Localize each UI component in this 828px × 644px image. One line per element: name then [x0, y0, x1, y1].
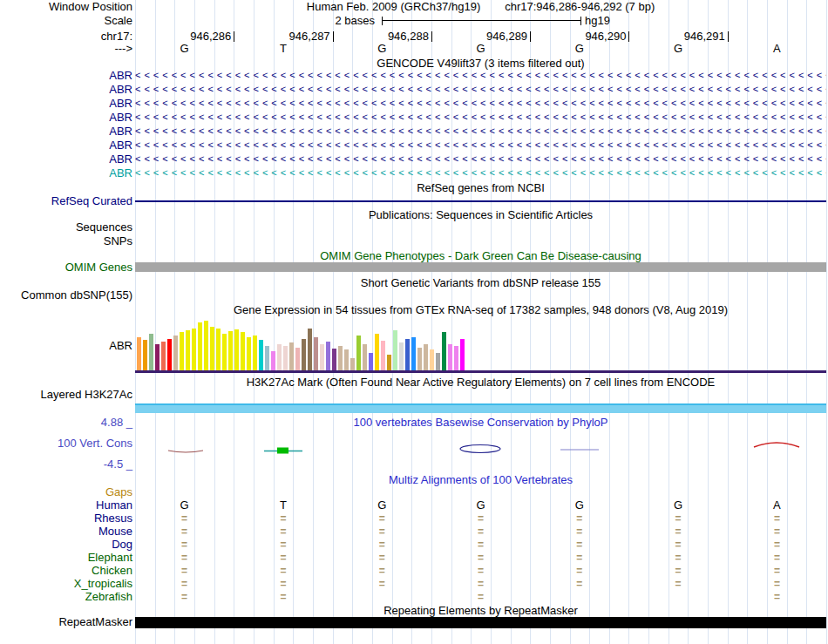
gtex-bar[interactable]: [405, 339, 410, 370]
ruler-label[interactable]: 946,286: [159, 31, 231, 43]
gtex-bar[interactable]: [417, 348, 422, 370]
gene-arrow-row[interactable]: <<<<<<<<<<<<<<<<<<<<<<<<<<<<<<<<<<<<<<<<…: [135, 70, 826, 82]
gtex-bar[interactable]: [314, 337, 318, 370]
gtex-bar[interactable]: [387, 355, 391, 370]
gene-arrow-row[interactable]: <<<<<<<<<<<<<<<<<<<<<<<<<<<<<<<<<<<<<<<<…: [135, 112, 826, 124]
gtex-bar[interactable]: [259, 340, 263, 370]
gtex-bar[interactable]: [277, 344, 282, 370]
gtex-bar[interactable]: [399, 342, 404, 370]
gtex-bar[interactable]: [222, 334, 227, 370]
gene-label[interactable]: ABR: [0, 84, 135, 96]
gtex-bar[interactable]: [375, 334, 379, 370]
gene-label[interactable]: ABR: [0, 112, 135, 124]
gtex-bar[interactable]: [234, 329, 239, 370]
gtex-bar[interactable]: [424, 344, 428, 370]
gene-label[interactable]: ABR: [0, 167, 135, 180]
alignment-gap-mark: =: [280, 591, 286, 603]
gene-arrow-row[interactable]: <<<<<<<<<<<<<<<<<<<<<<<<<<<<<<<<<<<<<<<<…: [135, 98, 826, 110]
gtex-bar[interactable]: [186, 330, 190, 370]
gtex-bar[interactable]: [363, 344, 367, 370]
gtex-bar[interactable]: [204, 321, 208, 370]
species-label[interactable]: Dog: [0, 539, 135, 551]
gene-arrow-row[interactable]: <<<<<<<<<<<<<<<<<<<<<<<<<<<<<<<<<<<<<<<<…: [135, 167, 826, 180]
gene-arrow-row[interactable]: <<<<<<<<<<<<<<<<<<<<<<<<<<<<<<<<<<<<<<<<…: [135, 139, 826, 152]
generated-layer: 946,286946,287946,288946,289946,290946,2…: [0, 0, 828, 644]
gene-arrow-row[interactable]: <<<<<<<<<<<<<<<<<<<<<<<<<<<<<<<<<<<<<<<<…: [135, 153, 826, 166]
species-label[interactable]: Mouse: [0, 525, 135, 538]
alignment-gap-mark: =: [379, 565, 385, 577]
gtex-bar[interactable]: [344, 349, 349, 370]
gtex-bar[interactable]: [326, 342, 330, 370]
gtex-bar[interactable]: [430, 349, 434, 370]
gtex-bar[interactable]: [332, 349, 336, 370]
gtex-bar[interactable]: [198, 322, 202, 370]
gene-label[interactable]: ABR: [0, 153, 135, 166]
gtex-bar[interactable]: [161, 342, 166, 370]
gtex-bar[interactable]: [283, 346, 288, 370]
gtex-bar[interactable]: [289, 342, 294, 370]
gtex-bar[interactable]: [271, 351, 275, 370]
ruler-label[interactable]: 946,288: [356, 31, 429, 43]
gtex-bar[interactable]: [393, 330, 397, 370]
gtex-bar[interactable]: [143, 340, 147, 370]
alignment-gap-mark: =: [478, 539, 484, 551]
human-base: T: [280, 499, 287, 512]
alignment-gap-mark: =: [280, 525, 286, 538]
gtex-bar[interactable]: [192, 329, 196, 370]
human-base: G: [674, 499, 682, 512]
species-label[interactable]: Human: [0, 499, 135, 512]
ruler-tick: [234, 31, 234, 42]
ruler-label[interactable]: 946,287: [258, 31, 330, 43]
gtex-bar[interactable]: [454, 346, 458, 370]
gtex-bar[interactable]: [436, 353, 440, 370]
gtex-bar[interactable]: [411, 337, 416, 370]
gtex-bar[interactable]: [338, 346, 343, 370]
gtex-bar[interactable]: [137, 337, 141, 370]
species-label[interactable]: Chicken: [0, 565, 135, 577]
gtex-bar[interactable]: [228, 331, 233, 370]
gtex-bar[interactable]: [265, 346, 269, 370]
gtex-bar[interactable]: [167, 339, 172, 370]
gene-label[interactable]: ABR: [0, 70, 135, 82]
gtex-bar[interactable]: [173, 336, 178, 370]
alignment-gap-mark: =: [379, 525, 385, 538]
gtex-bar[interactable]: [308, 329, 312, 370]
ucsc-genome-browser-view[interactable]: Window Position Human Feb. 2009 (GRCh37/…: [0, 0, 828, 644]
alignment-gap-mark: =: [280, 552, 286, 564]
gtex-bar[interactable]: [253, 336, 257, 370]
species-label[interactable]: X_tropicalis: [0, 578, 135, 590]
gtex-bar[interactable]: [320, 344, 324, 370]
gene-arrow-row[interactable]: <<<<<<<<<<<<<<<<<<<<<<<<<<<<<<<<<<<<<<<<…: [135, 125, 826, 138]
gtex-bar[interactable]: [369, 353, 373, 370]
gtex-bar[interactable]: [381, 341, 385, 370]
gtex-bar[interactable]: [149, 334, 153, 370]
ruler-label[interactable]: 946,291: [653, 31, 725, 43]
ruler-label[interactable]: 946,289: [455, 31, 527, 43]
gtex-bar[interactable]: [350, 358, 355, 370]
gtex-bar[interactable]: [302, 339, 306, 370]
gtex-bar[interactable]: [442, 332, 446, 370]
gtex-bar[interactable]: [295, 348, 300, 370]
alignment-gap-mark: =: [576, 525, 582, 538]
gtex-bar-chart[interactable]: [137, 318, 470, 370]
gene-arrow-row[interactable]: <<<<<<<<<<<<<<<<<<<<<<<<<<<<<<<<<<<<<<<<…: [135, 84, 826, 96]
alignment-gap-mark: =: [181, 539, 187, 551]
gene-label[interactable]: ABR: [0, 98, 135, 110]
gtex-bar[interactable]: [247, 337, 251, 370]
gtex-bar[interactable]: [460, 339, 465, 370]
gtex-bar[interactable]: [155, 344, 159, 370]
species-label[interactable]: Zebrafish: [0, 591, 135, 603]
ruler-tick: [333, 31, 334, 42]
ruler-label[interactable]: 946,290: [553, 31, 626, 43]
gtex-bar[interactable]: [216, 329, 221, 370]
gtex-bar[interactable]: [356, 336, 361, 370]
gene-label[interactable]: ABR: [0, 125, 135, 138]
gtex-bar[interactable]: [210, 327, 214, 370]
gtex-bar[interactable]: [241, 332, 245, 370]
gtex-bar[interactable]: [448, 344, 452, 370]
species-label[interactable]: Rhesus: [0, 512, 135, 525]
gene-label[interactable]: ABR: [0, 139, 135, 152]
gtex-bar[interactable]: [180, 332, 184, 370]
human-base: G: [180, 499, 189, 512]
species-label[interactable]: Elephant: [0, 552, 135, 564]
